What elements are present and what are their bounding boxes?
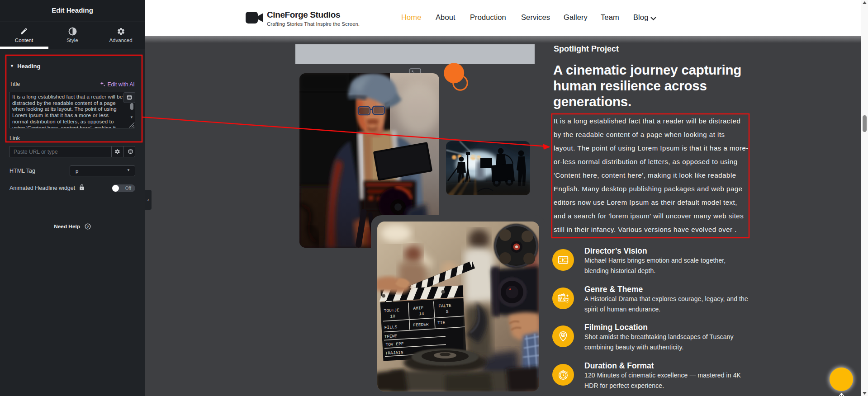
svg-text:AMIF: AMIF <box>413 306 424 311</box>
svg-text:TRAJAIN: TRAJAIN <box>385 350 403 356</box>
svg-text:?: ? <box>86 225 89 229</box>
svg-text:14: 14 <box>419 311 424 317</box>
svg-text:FILLS: FILLS <box>384 325 397 330</box>
svg-text:10: 10 <box>390 314 395 319</box>
svg-text:TFEWE: TFEWE <box>384 334 397 339</box>
svg-text:TOUTJE: TOUTJE <box>384 308 399 314</box>
svg-text:TIE: TIE <box>437 320 446 325</box>
svg-text:TOV EPF: TOV EPF <box>385 341 404 347</box>
svg-text:S: S <box>446 309 449 314</box>
svg-text:FALTE: FALTE <box>438 303 451 309</box>
svg-text:FEEDER: FEEDER <box>413 322 429 328</box>
